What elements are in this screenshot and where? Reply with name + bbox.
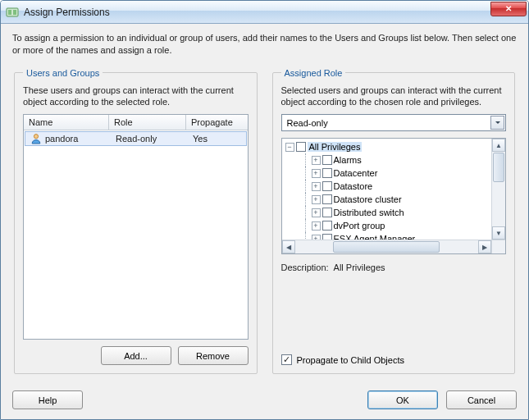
tree-checkbox[interactable] <box>296 142 306 152</box>
users-groups-desc: These users and groups can interact with… <box>23 84 249 108</box>
tree-node[interactable]: +Datastore <box>282 180 506 193</box>
svg-point-3 <box>34 135 38 139</box>
tree-node[interactable]: +Distributed switch <box>282 206 506 219</box>
dialog-footer: Help OK Cancel <box>1 382 528 419</box>
table-header: Name Role Propagate <box>24 115 248 130</box>
scroll-right-icon[interactable]: ▶ <box>478 240 491 253</box>
propagate-row: ✓ Propagate to Child Objects <box>281 340 507 365</box>
expand-icon[interactable]: + <box>312 156 321 165</box>
users-table: Name Role Propagate <box>23 114 249 340</box>
assigned-role-legend: Assigned Role <box>281 68 346 78</box>
user-icon <box>30 133 42 144</box>
svg-rect-2 <box>13 10 16 15</box>
close-icon: ✕ <box>505 4 512 13</box>
scroll-thumb-horizontal[interactable] <box>333 241 440 253</box>
tree-checkbox[interactable] <box>322 208 332 217</box>
scroll-track-h-left <box>295 240 333 253</box>
scroll-corner <box>491 240 505 253</box>
propagate-label: Propagate to Child Objects <box>297 355 404 365</box>
tree-node-label: Alarms <box>334 155 362 165</box>
tree-node-label: Datastore <box>334 181 373 191</box>
users-groups-buttons: Add... Remove <box>23 346 249 365</box>
scroll-down-icon[interactable]: ▼ <box>492 226 505 240</box>
privileges-tree: − All Privileges +Alarms+Datacenter+Data… <box>281 138 507 254</box>
help-button[interactable]: Help <box>12 390 83 409</box>
assigned-role-desc: Selected users and groups can interact w… <box>281 84 507 108</box>
tree-checkbox[interactable] <box>322 181 332 191</box>
scroll-track-vertical <box>492 183 505 226</box>
cell-name: pandora <box>25 132 111 145</box>
description-row: Description: All Privileges <box>281 262 507 272</box>
collapse-icon[interactable]: − <box>285 143 294 152</box>
dialog-window: Assign Permissions ✕ To assign a permiss… <box>0 0 529 420</box>
role-dropdown[interactable]: Read-only <box>281 114 507 131</box>
columns: Users and Groups These users and groups … <box>12 68 517 374</box>
description-value: All Privileges <box>334 262 385 272</box>
cell-propagate: Yes <box>188 133 246 144</box>
col-header-propagate[interactable]: Propagate <box>186 115 248 130</box>
tree-line <box>302 167 310 180</box>
tree-line <box>302 206 310 219</box>
tree-line <box>302 219 310 232</box>
client-area: To assign a permission to an individual … <box>1 24 528 382</box>
cell-role: Read-only <box>111 133 188 144</box>
scroll-up-icon[interactable]: ▲ <box>492 139 505 152</box>
chevron-down-icon <box>490 116 504 130</box>
expand-icon[interactable]: + <box>312 182 321 191</box>
expand-icon[interactable]: + <box>312 195 321 204</box>
window-title: Assign Permissions <box>24 7 490 18</box>
close-button[interactable]: ✕ <box>490 2 527 16</box>
users-groups-panel: Users and Groups These users and groups … <box>14 68 258 374</box>
remove-button[interactable]: Remove <box>178 346 249 365</box>
tree-line <box>302 153 310 167</box>
tree-node-label: Datacenter <box>334 168 378 178</box>
tree-node-label: Distributed switch <box>334 208 404 217</box>
expand-icon[interactable]: + <box>312 169 321 178</box>
role-dropdown-value: Read-only <box>287 118 328 128</box>
scroll-thumb-vertical[interactable] <box>493 153 504 182</box>
intro-text: To assign a permission to an individual … <box>12 32 517 57</box>
app-icon <box>6 6 19 19</box>
svg-rect-1 <box>8 10 11 15</box>
tree-checkbox[interactable] <box>322 194 332 204</box>
tree-line <box>302 180 310 193</box>
titlebar[interactable]: Assign Permissions ✕ <box>1 1 528 24</box>
expand-icon[interactable]: + <box>312 208 321 217</box>
tree-node-label: Datastore cluster <box>334 194 402 204</box>
tree-node[interactable]: +Datacenter <box>282 167 506 180</box>
col-header-name[interactable]: Name <box>24 115 109 130</box>
tree-node[interactable]: +Alarms <box>282 153 506 167</box>
scroll-track-h-right <box>440 240 478 253</box>
add-button[interactable]: Add... <box>101 346 171 365</box>
tree-body: − All Privileges +Alarms+Datacenter+Data… <box>282 139 506 253</box>
tree-checkbox[interactable] <box>322 168 332 178</box>
tree-node[interactable]: +Datastore cluster <box>282 193 506 206</box>
tree-checkbox[interactable] <box>322 155 332 165</box>
tree-horizontal-scrollbar[interactable]: ◀ ▶ <box>282 240 492 253</box>
cancel-button[interactable]: Cancel <box>446 390 517 409</box>
tree-line <box>302 193 310 206</box>
assigned-role-panel: Assigned Role Selected users and groups … <box>272 68 516 374</box>
tree-node[interactable]: +dvPort group <box>282 219 506 232</box>
description-label: Description: <box>281 262 329 272</box>
check-icon: ✓ <box>283 355 290 364</box>
scroll-left-icon[interactable]: ◀ <box>282 240 295 253</box>
users-groups-legend: Users and Groups <box>23 68 103 78</box>
propagate-checkbox[interactable]: ✓ <box>281 354 292 365</box>
tree-root[interactable]: − All Privileges <box>282 140 506 153</box>
ok-button[interactable]: OK <box>367 390 438 409</box>
table-row[interactable]: pandora Read-only Yes <box>25 131 247 146</box>
tree-node-label: dvPort group <box>334 221 385 231</box>
tree-vertical-scrollbar[interactable]: ▲ ▼ <box>491 139 505 240</box>
tree-root-label: All Privileges <box>308 142 363 152</box>
tree-checkbox[interactable] <box>322 221 332 231</box>
expand-icon[interactable]: + <box>312 221 321 231</box>
col-header-role[interactable]: Role <box>109 115 186 130</box>
table-body: pandora Read-only Yes <box>24 130 248 339</box>
cell-name-text: pandora <box>45 134 78 144</box>
